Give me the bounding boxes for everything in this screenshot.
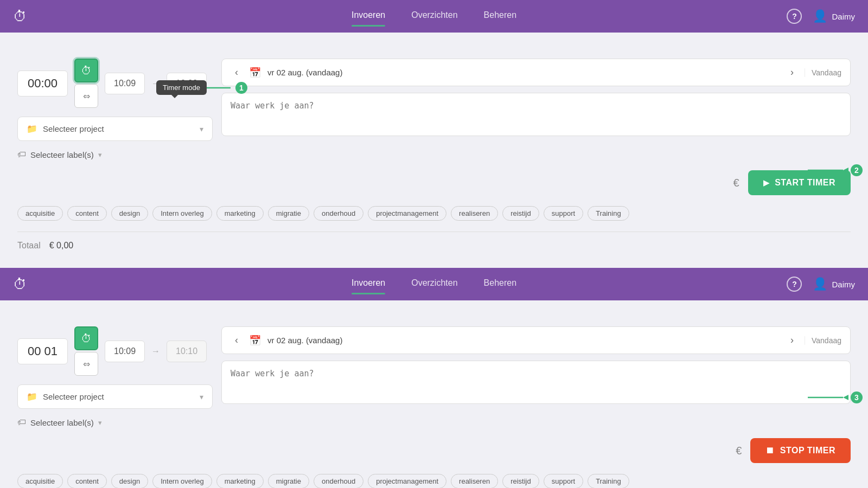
tag-item[interactable]: support (544, 206, 583, 221)
username: Daimy (832, 12, 855, 21)
nav-tabs: Invoeren Overzichten Beheren (352, 10, 516, 22)
panel-2: 00 01 ⏱ ⇔ 10:09 → 10:10 📁 Selecteer proj… (0, 300, 868, 488)
totaal-label-1: Totaal (17, 241, 41, 251)
annotation-3: 3 (851, 391, 863, 403)
date-text-1: vr 02 aug. (vandaag) (267, 68, 780, 77)
switch-mode-button-1[interactable]: ⇔ (74, 84, 98, 108)
totaal-value-1: € 0,00 (49, 241, 73, 251)
tab-beheren-2[interactable]: Beheren (484, 278, 517, 290)
tag-item[interactable]: onderhoud (314, 206, 363, 221)
annotation-2: 2 (851, 164, 863, 176)
tag-item[interactable]: onderhoud (314, 474, 363, 488)
play-icon-1: ▶ (763, 178, 770, 187)
tag-item[interactable]: acquisitie (17, 206, 63, 221)
tag-item[interactable]: design (111, 206, 148, 221)
label-text-2: Selecteer label(s) (30, 418, 94, 427)
username-2: Daimy (832, 280, 855, 289)
tag-item[interactable]: Training (588, 206, 629, 221)
timer-mode-button-1[interactable]: ⏱ (74, 59, 98, 82)
timer-display-2: 00 01 (17, 338, 68, 364)
tab-overzichten[interactable]: Overzichten (411, 10, 457, 22)
tag-item[interactable]: reistijd (502, 474, 539, 488)
app-logo-2: ⏱ (13, 276, 27, 293)
work-description-2[interactable] (221, 361, 851, 404)
tag-item[interactable]: Training (588, 474, 629, 488)
tag-icon-1: 🏷 (17, 150, 26, 159)
work-description-1[interactable] (221, 93, 851, 136)
tooltip-timer-mode: Timer mode (156, 80, 207, 95)
date-next-2[interactable]: › (786, 333, 798, 347)
timer-mode-button-2[interactable]: ⏱ (74, 326, 98, 350)
navbar-2: ⏱ Invoeren Overzichten Beheren ? 👤 Daimy (0, 268, 868, 300)
date-next-1[interactable]: › (786, 66, 798, 79)
calendar-icon-1: 📅 (249, 67, 261, 79)
divider-1 (17, 232, 851, 232)
tag-item[interactable]: Intern overleg (152, 474, 212, 488)
tag-item[interactable]: acquisitie (17, 474, 63, 488)
stop-timer-button[interactable]: ⏹ STOP TIMER (750, 438, 851, 463)
start-timer-label: START TIMER (775, 178, 835, 188)
tag-item[interactable]: reistijd (502, 206, 539, 221)
tag-item[interactable]: migratie (268, 206, 309, 221)
tag-item[interactable]: projectmanagement (368, 206, 446, 221)
tab-invoeren-2[interactable]: Invoeren (352, 278, 385, 290)
time-row-2: 00 01 ⏱ ⇔ 10:09 → 10:10 (17, 326, 213, 376)
label-select-row-1[interactable]: 🏷 Selecteer label(s) ▾ (17, 147, 213, 162)
label-chevron-2: ▾ (98, 419, 102, 427)
tag-item[interactable]: marketing (216, 206, 264, 221)
date-row-2: ‹ 📅 vr 02 aug. (vandaag) › Vandaag (221, 326, 851, 354)
date-row-1: ‹ 📅 vr 02 aug. (vandaag) › Vandaag (221, 59, 851, 86)
euro-icon-2[interactable]: € (736, 445, 742, 457)
tags-row-1: acquisitiecontentdesignIntern overlegmar… (17, 204, 851, 221)
folder-icon-1: 📁 (27, 124, 37, 134)
timer-clock-icon-2: ⏱ (81, 332, 92, 345)
tab-beheren[interactable]: Beheren (484, 10, 517, 22)
tab-invoeren[interactable]: Invoeren (352, 10, 385, 22)
date-prev-1[interactable]: ‹ (231, 66, 242, 79)
project-label-2: Selecteer project (43, 392, 194, 401)
date-today-1: Vandaag (805, 68, 841, 77)
timer-display-1: 00:00 (17, 70, 68, 97)
action-row-1: € ▶ START TIMER (17, 170, 851, 195)
tags-row-2: acquisitiecontentdesignIntern overlegmar… (17, 472, 851, 488)
tag-item[interactable]: realiseren (451, 206, 498, 221)
user-menu-2[interactable]: 👤 Daimy (813, 277, 855, 291)
tag-item[interactable]: realiseren (451, 474, 498, 488)
project-select-2[interactable]: 📁 Selecteer project ▾ (17, 384, 213, 409)
time-start-1[interactable]: 10:09 (105, 73, 145, 94)
time-end-2[interactable]: 10:10 (167, 341, 207, 362)
folder-icon-2: 📁 (27, 391, 37, 402)
panel-1: Timer mode 00:00 ⏱ ⇔ 10:09 → 10:09 📁 (0, 33, 868, 268)
tab-overzichten-2[interactable]: Overzichten (411, 278, 457, 290)
stop-icon-2: ⏹ (765, 446, 775, 455)
tag-item[interactable]: content (67, 474, 107, 488)
date-text-2: vr 02 aug. (vandaag) (267, 336, 780, 345)
switch-mode-button-2[interactable]: ⇔ (74, 352, 98, 376)
time-arrow-2: → (151, 346, 160, 356)
app-logo: ⏱ (13, 8, 27, 25)
tag-item[interactable]: marketing (216, 474, 264, 488)
tag-item[interactable]: projectmanagement (368, 474, 446, 488)
help-button[interactable]: ? (787, 9, 802, 24)
tag-item[interactable]: migratie (268, 474, 309, 488)
left-col-1: 00:00 ⏱ ⇔ 10:09 → 10:09 📁 Selecteer proj… (17, 59, 213, 162)
help-button-2[interactable]: ? (787, 277, 802, 292)
tag-item[interactable]: Intern overleg (152, 206, 212, 221)
euro-icon-1[interactable]: € (733, 177, 739, 189)
tag-item[interactable]: content (67, 206, 107, 221)
navbar-right-2: ? 👤 Daimy (787, 277, 855, 292)
avatar-icon-2: 👤 (813, 277, 827, 291)
start-timer-button[interactable]: ▶ START TIMER (748, 170, 851, 195)
totaal-row-1: Totaal € 0,00 (17, 241, 851, 251)
date-prev-2[interactable]: ‹ (231, 333, 242, 347)
switch-icon-2: ⇔ (83, 359, 90, 369)
time-start-2[interactable]: 10:09 (105, 341, 145, 362)
project-label-1: Selecteer project (43, 124, 194, 133)
user-menu[interactable]: 👤 Daimy (813, 9, 855, 23)
label-select-row-2[interactable]: 🏷 Selecteer label(s) ▾ (17, 415, 213, 429)
navbar: ⏱ Invoeren Overzichten Beheren ? 👤 Daimy (0, 0, 868, 33)
project-select-1[interactable]: 📁 Selecteer project ▾ (17, 117, 213, 141)
tag-item[interactable]: support (544, 474, 583, 488)
right-col-2: ‹ 📅 vr 02 aug. (vandaag) › Vandaag (221, 326, 851, 406)
tag-item[interactable]: design (111, 474, 148, 488)
